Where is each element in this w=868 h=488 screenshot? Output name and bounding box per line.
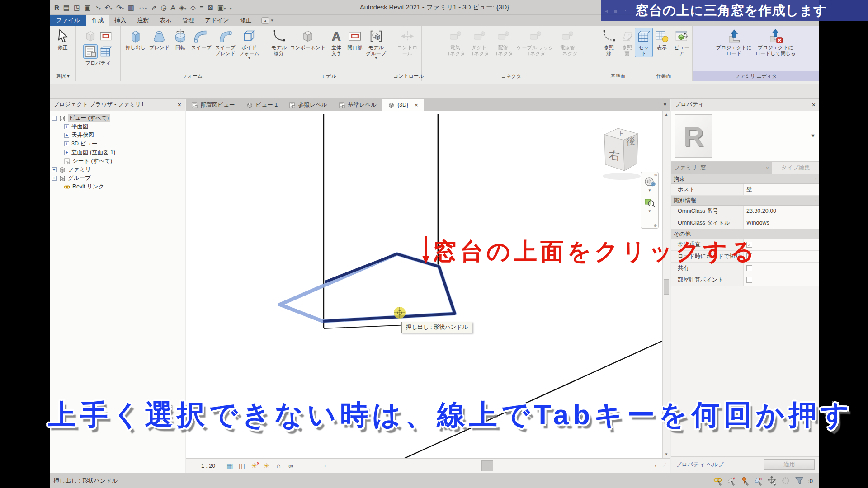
- select-links-icon[interactable]: [713, 476, 723, 486]
- tree-item-sheets[interactable]: シート (すべて): [50, 157, 185, 165]
- horizontal-scroll-thumb[interactable]: [481, 460, 493, 471]
- model-line-button[interactable]: モデル 線分: [270, 28, 288, 57]
- screenshot-root: R ▤ ◳ ▣ ◔▾ ↶▾ ↷▾ ▥ ⇔▾ ⇗ ◶ A ◈▾ ◇ ≡ ⊠ ▣▾ …: [0, 0, 868, 488]
- void-form-button[interactable]: ボイド フォーム▾: [238, 28, 261, 61]
- tab-manage[interactable]: 管理: [177, 15, 199, 26]
- group-label-family-editor: ファミリ エディタ: [693, 71, 819, 81]
- steering-wheel-dropdown-icon[interactable]: ▼: [641, 188, 658, 192]
- tree-item-families[interactable]: + ファミリ: [50, 165, 185, 174]
- tree-item-groups[interactable]: + グループ: [50, 174, 185, 183]
- shadows-icon[interactable]: ☀: [262, 461, 271, 470]
- detail-level-icon[interactable]: ▦: [225, 461, 234, 470]
- type-selector-dropdown[interactable]: ファミリ: 窓∨: [671, 162, 772, 174]
- view-tab-close-icon[interactable]: ×: [415, 102, 418, 108]
- view-tab-list-icon[interactable]: ▼: [663, 99, 667, 111]
- tab-addins[interactable]: アドイン: [199, 15, 234, 26]
- room-calc-point-checkbox[interactable]: [746, 277, 752, 283]
- navbar-close-icon[interactable]: ⊗: [654, 173, 657, 177]
- show-workplane-button[interactable]: 表示: [653, 28, 670, 52]
- tree-item-views[interactable]: − ビュー (すべて): [50, 114, 185, 122]
- viewer-button[interactable]: ビューア: [671, 28, 692, 57]
- view-tab-ref-level[interactable]: 参照レベル: [283, 99, 333, 111]
- tree-item-floor-plans[interactable]: + 平面図: [50, 122, 185, 131]
- select-by-face-icon[interactable]: [754, 476, 764, 486]
- property-row-omniclass-number: OmniClass 番号 23.30.20.00: [671, 206, 819, 217]
- scroll-up-icon[interactable]: ▲: [663, 111, 670, 118]
- family-types-button[interactable]: [99, 29, 113, 43]
- apply-button[interactable]: 適用: [764, 459, 815, 470]
- sweep-blend-button[interactable]: スイープ ブレンド: [214, 28, 237, 57]
- tree-item-3d-views[interactable]: + 3D ビュー: [50, 140, 185, 148]
- zoom-tool-icon[interactable]: [641, 196, 658, 209]
- load-into-project-and-close-button[interactable]: プロジェクトに ロードして閉じる: [754, 28, 797, 57]
- electrical-connector-button: 電気 コネクタ: [443, 28, 467, 57]
- tab-modify[interactable]: 修正: [234, 15, 257, 26]
- scroll-down-icon[interactable]: ▼: [663, 451, 670, 458]
- tab-create[interactable]: 作成: [86, 15, 109, 26]
- reference-line-button[interactable]: 参照 線: [600, 28, 618, 57]
- model-text-button[interactable]: 立体 文字: [328, 28, 345, 57]
- extrusion-button[interactable]: 押し出し: [124, 28, 147, 52]
- view-tab-3d[interactable]: {3D}×: [382, 99, 424, 111]
- project-browser-close-icon[interactable]: ×: [178, 101, 181, 108]
- horizontal-scrollbar[interactable]: › ⋰: [331, 459, 670, 473]
- scroll-right-icon[interactable]: ›: [655, 459, 656, 473]
- project-browser-header[interactable]: プロジェクト ブラウザ - ファミリ1 ×: [50, 99, 185, 111]
- model-group-dropdown-icon[interactable]: ▾: [375, 56, 377, 60]
- opening-button[interactable]: 開口部: [346, 28, 363, 52]
- project-browser-title: プロジェクト ブラウザ - ファミリ1: [53, 101, 144, 108]
- select-pinned-icon[interactable]: [740, 476, 750, 486]
- tree-item-ceiling-plans[interactable]: + 天井伏図: [50, 131, 185, 140]
- section-constraints[interactable]: 拘束↕: [671, 174, 819, 184]
- crop-view-icon[interactable]: ⌂: [274, 461, 283, 470]
- set-workplane-button[interactable]: セット: [635, 28, 652, 57]
- vertical-scroll-thumb[interactable]: [664, 279, 669, 295]
- properties-close-icon[interactable]: ×: [812, 101, 816, 108]
- sun-path-icon[interactable]: ☀×: [250, 461, 259, 470]
- view-control-bar: 1 : 20 ▦ ◫ ☀× ☀ ⌂ ∞ ‹ ›: [186, 458, 670, 473]
- ribbon-group-properties: プロパティ: [76, 26, 121, 81]
- tab-insert[interactable]: 挿入: [109, 15, 132, 26]
- group-label-select[interactable]: 選択 ▾: [50, 71, 75, 81]
- properties-help-link[interactable]: プロパティ ヘルプ: [676, 461, 724, 469]
- view-tab-datum-level[interactable]: 基準レベル: [333, 99, 382, 111]
- modify-button[interactable]: 修正: [54, 28, 71, 52]
- group-label-control: コントロール: [393, 71, 421, 81]
- ribbon-display-toggle[interactable]: ▴▾: [261, 15, 273, 26]
- view-scale[interactable]: 1 : 20: [201, 463, 215, 469]
- model-group-button[interactable]: モデル グループ▾: [364, 28, 387, 61]
- view-tab-view1[interactable]: ビュー 1: [241, 99, 284, 111]
- blend-button[interactable]: ブレンド: [148, 28, 171, 52]
- tab-annotate[interactable]: 注釈: [132, 15, 154, 26]
- selection-filter-icon[interactable]: [794, 476, 804, 486]
- crop-region-icon[interactable]: [298, 461, 307, 470]
- tree-item-elevations[interactable]: + 立面図 (立面図 1): [50, 148, 185, 157]
- drag-on-selection-icon[interactable]: [767, 476, 777, 486]
- properties-title: プロパティ: [675, 101, 704, 108]
- temporary-hide-isolate-icon[interactable]: ∞: [286, 461, 295, 470]
- navbar-collapse-icon[interactable]: ⊖: [653, 223, 657, 228]
- properties-header[interactable]: プロパティ ×: [671, 99, 819, 111]
- tab-view[interactable]: 表示: [154, 15, 177, 26]
- viewbar-collapse-icon[interactable]: ‹: [324, 462, 326, 469]
- view-tab-site[interactable]: 配置図ビュー: [186, 99, 241, 111]
- visual-style-icon[interactable]: ◫: [237, 461, 246, 470]
- select-underlay-icon[interactable]: [726, 476, 736, 486]
- section-identity[interactable]: 識別情報↕: [671, 196, 819, 206]
- family-parameters-button[interactable]: [99, 45, 113, 58]
- edit-type-button[interactable]: タイプ編集: [772, 162, 819, 174]
- family-category-button[interactable]: [84, 29, 97, 43]
- selection-count: :0: [808, 478, 813, 484]
- type-dropdown-icon[interactable]: ▼: [811, 133, 816, 138]
- void-form-dropdown-icon[interactable]: ▾: [248, 56, 250, 60]
- tree-item-revit-links[interactable]: Revit リンク: [50, 183, 185, 191]
- zoom-dropdown-icon[interactable]: ▼: [641, 209, 658, 213]
- file-tab[interactable]: ファイル: [50, 15, 86, 26]
- component-button[interactable]: コンポーネント: [289, 28, 327, 52]
- properties-palette-button[interactable]: [84, 45, 97, 58]
- group-label-properties[interactable]: プロパティ: [76, 58, 120, 68]
- reveal-hidden-icon[interactable]: [311, 461, 320, 470]
- revolve-button[interactable]: 回転: [172, 28, 189, 52]
- sweep-button[interactable]: スイープ: [190, 28, 213, 52]
- load-into-project-button[interactable]: プロジェクトに ロード: [715, 28, 753, 57]
